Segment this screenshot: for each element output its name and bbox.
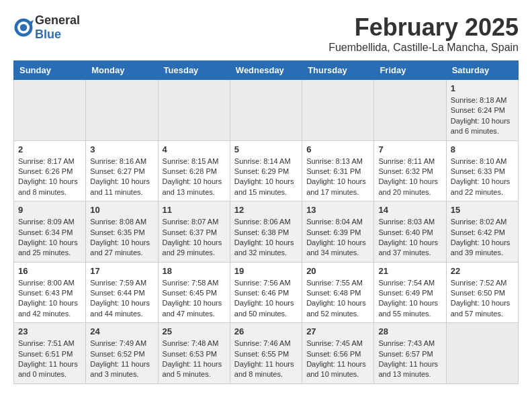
calendar-cell: 9Sunrise: 8:09 AM Sunset: 6:34 PM Daylig…	[14, 201, 86, 263]
day-info: Sunrise: 8:16 AM Sunset: 6:27 PM Dayligh…	[90, 156, 153, 198]
calendar-table: SundayMondayTuesdayWednesdayThursdayFrid…	[13, 60, 519, 384]
day-info: Sunrise: 7:54 AM Sunset: 6:49 PM Dayligh…	[378, 278, 441, 320]
day-info: Sunrise: 7:48 AM Sunset: 6:53 PM Dayligh…	[163, 338, 226, 380]
day-number: 24	[90, 326, 153, 336]
day-info: Sunrise: 7:46 AM Sunset: 6:55 PM Dayligh…	[234, 338, 298, 380]
calendar-cell: 1Sunrise: 8:18 AM Sunset: 6:24 PM Daylig…	[446, 80, 518, 141]
page-header: General Blue February 2025 Fuembellida, …	[13, 13, 519, 54]
month-title: February 2025	[328, 13, 519, 42]
day-info: Sunrise: 7:58 AM Sunset: 6:45 PM Dayligh…	[163, 278, 226, 320]
day-info: Sunrise: 8:03 AM Sunset: 6:40 PM Dayligh…	[378, 217, 441, 259]
day-info: Sunrise: 7:59 AM Sunset: 6:44 PM Dayligh…	[90, 278, 153, 320]
calendar-cell: 18Sunrise: 7:58 AM Sunset: 6:45 PM Dayli…	[158, 262, 230, 323]
calendar-cell: 6Sunrise: 8:13 AM Sunset: 6:31 PM Daylig…	[302, 140, 374, 201]
day-info: Sunrise: 7:45 AM Sunset: 6:56 PM Dayligh…	[306, 338, 369, 380]
day-info: Sunrise: 8:13 AM Sunset: 6:31 PM Dayligh…	[306, 156, 369, 198]
calendar-cell: 5Sunrise: 8:14 AM Sunset: 6:29 PM Daylig…	[230, 140, 302, 201]
calendar-cell: 7Sunrise: 8:11 AM Sunset: 6:32 PM Daylig…	[374, 140, 446, 201]
title-area: February 2025 Fuembellida, Castille-La M…	[328, 13, 519, 54]
day-number: 1	[451, 83, 514, 93]
logo-general: General	[35, 13, 80, 27]
day-info: Sunrise: 7:43 AM Sunset: 6:57 PM Dayligh…	[378, 338, 441, 380]
day-number: 21	[378, 266, 441, 276]
calendar-cell: 3Sunrise: 8:16 AM Sunset: 6:27 PM Daylig…	[86, 140, 158, 201]
svg-point-2	[20, 24, 28, 32]
calendar-cell: 24Sunrise: 7:49 AM Sunset: 6:52 PM Dayli…	[86, 323, 158, 384]
calendar-cell: 4Sunrise: 8:15 AM Sunset: 6:28 PM Daylig…	[158, 140, 230, 201]
calendar-cell: 28Sunrise: 7:43 AM Sunset: 6:57 PM Dayli…	[374, 323, 446, 384]
calendar-cell: 26Sunrise: 7:46 AM Sunset: 6:55 PM Dayli…	[230, 323, 302, 384]
calendar-cell	[14, 80, 86, 141]
calendar-cell: 2Sunrise: 8:17 AM Sunset: 6:26 PM Daylig…	[14, 140, 86, 201]
calendar-week-row: 16Sunrise: 8:00 AM Sunset: 6:43 PM Dayli…	[14, 262, 519, 323]
day-number: 7	[378, 144, 441, 154]
day-info: Sunrise: 8:00 AM Sunset: 6:43 PM Dayligh…	[18, 278, 81, 320]
day-number: 22	[451, 266, 514, 276]
weekday-header-row: SundayMondayTuesdayWednesdayThursdayFrid…	[14, 61, 519, 80]
day-info: Sunrise: 8:11 AM Sunset: 6:32 PM Dayligh…	[378, 156, 441, 198]
calendar-week-row: 23Sunrise: 7:51 AM Sunset: 6:51 PM Dayli…	[14, 323, 519, 384]
day-number: 6	[306, 144, 369, 154]
day-number: 8	[451, 144, 514, 154]
calendar-cell	[158, 80, 230, 141]
day-info: Sunrise: 8:17 AM Sunset: 6:26 PM Dayligh…	[18, 156, 81, 198]
calendar-cell: 14Sunrise: 8:03 AM Sunset: 6:40 PM Dayli…	[374, 201, 446, 263]
calendar-cell: 23Sunrise: 7:51 AM Sunset: 6:51 PM Dayli…	[14, 323, 86, 384]
day-info: Sunrise: 8:07 AM Sunset: 6:37 PM Dayligh…	[163, 217, 226, 259]
day-number: 26	[234, 326, 298, 336]
day-number: 14	[378, 205, 441, 215]
day-info: Sunrise: 7:52 AM Sunset: 6:50 PM Dayligh…	[451, 278, 514, 320]
day-info: Sunrise: 8:10 AM Sunset: 6:33 PM Dayligh…	[451, 156, 514, 198]
day-info: Sunrise: 8:02 AM Sunset: 6:42 PM Dayligh…	[451, 217, 514, 259]
day-info: Sunrise: 8:18 AM Sunset: 6:24 PM Dayligh…	[451, 95, 514, 137]
weekday-header-tuesday: Tuesday	[158, 61, 230, 80]
calendar-cell	[374, 80, 446, 141]
day-number: 23	[18, 326, 81, 336]
calendar-cell: 13Sunrise: 8:04 AM Sunset: 6:39 PM Dayli…	[302, 201, 374, 263]
day-info: Sunrise: 8:14 AM Sunset: 6:29 PM Dayligh…	[234, 156, 298, 198]
logo-icon	[13, 17, 34, 38]
day-number: 3	[90, 144, 153, 154]
weekday-header-sunday: Sunday	[14, 61, 86, 80]
calendar-cell	[230, 80, 302, 141]
calendar-cell: 17Sunrise: 7:59 AM Sunset: 6:44 PM Dayli…	[86, 262, 158, 323]
calendar-cell: 19Sunrise: 7:56 AM Sunset: 6:46 PM Dayli…	[230, 262, 302, 323]
calendar-cell: 8Sunrise: 8:10 AM Sunset: 6:33 PM Daylig…	[446, 140, 518, 201]
day-info: Sunrise: 8:15 AM Sunset: 6:28 PM Dayligh…	[163, 156, 226, 198]
day-number: 19	[234, 266, 298, 276]
day-number: 12	[234, 205, 298, 215]
day-number: 11	[163, 205, 226, 215]
weekday-header-wednesday: Wednesday	[230, 61, 302, 80]
day-number: 16	[18, 266, 81, 276]
day-info: Sunrise: 7:56 AM Sunset: 6:46 PM Dayligh…	[234, 278, 298, 320]
day-number: 17	[90, 266, 153, 276]
day-number: 27	[306, 326, 369, 336]
calendar-week-row: 2Sunrise: 8:17 AM Sunset: 6:26 PM Daylig…	[14, 140, 519, 201]
location-subtitle: Fuembellida, Castille-La Mancha, Spain	[328, 42, 519, 54]
day-number: 4	[163, 144, 226, 154]
calendar-cell: 11Sunrise: 8:07 AM Sunset: 6:37 PM Dayli…	[158, 201, 230, 263]
day-number: 2	[18, 144, 81, 154]
day-number: 13	[306, 205, 369, 215]
calendar-cell	[302, 80, 374, 141]
day-info: Sunrise: 7:55 AM Sunset: 6:48 PM Dayligh…	[306, 278, 369, 320]
calendar-week-row: 1Sunrise: 8:18 AM Sunset: 6:24 PM Daylig…	[14, 80, 519, 141]
weekday-header-thursday: Thursday	[302, 61, 374, 80]
day-number: 18	[163, 266, 226, 276]
calendar-cell: 22Sunrise: 7:52 AM Sunset: 6:50 PM Dayli…	[446, 262, 518, 323]
calendar-cell: 21Sunrise: 7:54 AM Sunset: 6:49 PM Dayli…	[374, 262, 446, 323]
day-number: 10	[90, 205, 153, 215]
day-info: Sunrise: 7:51 AM Sunset: 6:51 PM Dayligh…	[18, 338, 81, 380]
day-number: 15	[451, 205, 514, 215]
weekday-header-saturday: Saturday	[446, 61, 518, 80]
calendar-week-row: 9Sunrise: 8:09 AM Sunset: 6:34 PM Daylig…	[14, 201, 519, 263]
calendar-cell: 25Sunrise: 7:48 AM Sunset: 6:53 PM Dayli…	[158, 323, 230, 384]
calendar-cell	[446, 323, 518, 384]
day-info: Sunrise: 8:04 AM Sunset: 6:39 PM Dayligh…	[306, 217, 369, 259]
day-info: Sunrise: 8:06 AM Sunset: 6:38 PM Dayligh…	[234, 217, 298, 259]
calendar-cell: 27Sunrise: 7:45 AM Sunset: 6:56 PM Dayli…	[302, 323, 374, 384]
calendar-cell: 15Sunrise: 8:02 AM Sunset: 6:42 PM Dayli…	[446, 201, 518, 263]
day-info: Sunrise: 7:49 AM Sunset: 6:52 PM Dayligh…	[90, 338, 153, 380]
weekday-header-monday: Monday	[86, 61, 158, 80]
calendar-cell: 16Sunrise: 8:00 AM Sunset: 6:43 PM Dayli…	[14, 262, 86, 323]
